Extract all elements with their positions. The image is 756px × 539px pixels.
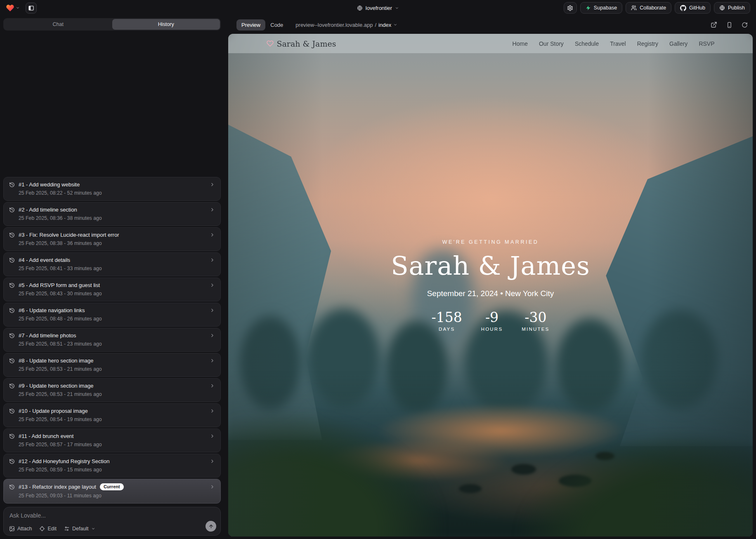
history-item-timestamp: 25 Feb 2025, 08:53 - 21 minutes ago [19, 366, 215, 372]
publish-button[interactable]: Publish [714, 2, 750, 14]
chevron-right-icon [210, 257, 215, 263]
publish-label: Publish [728, 5, 745, 11]
hero-eyebrow: WE'RE GETTING MARRIED [228, 239, 753, 245]
tab-preview[interactable]: Preview [236, 19, 265, 31]
countdown-label: MINUTES [522, 327, 549, 332]
history-item[interactable]: #4 - Add event details 25 Feb 2025, 08:4… [3, 252, 221, 276]
users-icon [631, 5, 637, 11]
history-item-timestamp: 25 Feb 2025, 08:54 - 19 minutes ago [19, 417, 215, 422]
site-logo[interactable]: Sarah & James [267, 39, 336, 48]
lovable-heart-logo-icon [6, 4, 14, 12]
collaborate-button[interactable]: Collaborate [626, 2, 671, 14]
hero-date-location: September 21, 2024 • New York City [228, 289, 753, 298]
chevron-right-icon [210, 383, 215, 388]
countdown-unit: -9 HOURS [481, 309, 503, 332]
current-badge: Current [100, 483, 124, 490]
site-nav-link[interactable]: RSVP [699, 40, 714, 47]
top-bar: lovefrontier Supabase Collaborate [0, 0, 756, 16]
chevron-right-icon [210, 333, 215, 338]
site-logo-text: Sarah & James [277, 39, 336, 48]
history-item-title: #6 - Update navigation links [19, 307, 85, 313]
github-icon [680, 5, 686, 11]
history-item[interactable]: #11 - Add brunch event 25 Feb 2025, 08:5… [3, 428, 221, 452]
history-item[interactable]: #13 - Refactor index page layout Current… [3, 479, 221, 504]
site-nav-link[interactable]: Schedule [575, 40, 599, 47]
tab-chat[interactable]: Chat [4, 19, 112, 30]
history-item-timestamp: 25 Feb 2025, 09:03 - 11 minutes ago [19, 493, 215, 499]
site-nav-link[interactable]: Our Story [539, 40, 564, 47]
history-item[interactable]: #6 - Update navigation links 25 Feb 2025… [3, 303, 221, 327]
refresh-button[interactable] [742, 22, 748, 28]
history-item[interactable]: #5 - Add RSVP form and guest list 25 Feb… [3, 278, 221, 301]
settings-button[interactable] [564, 2, 577, 14]
history-item-timestamp: 25 Feb 2025, 08:41 - 33 minutes ago [19, 266, 215, 271]
send-button[interactable] [206, 521, 216, 532]
site-nav-link[interactable]: Travel [610, 40, 626, 47]
history-item[interactable]: #7 - Add timeline photos 25 Feb 2025, 08… [3, 328, 221, 352]
chevron-down-icon [91, 527, 95, 531]
sidebar-toggle-button[interactable] [26, 2, 37, 14]
history-item[interactable]: #10 - Update proposal image 25 Feb 2025,… [3, 403, 221, 427]
history-item[interactable]: #2 - Add timeline section 25 Feb 2025, 0… [3, 202, 221, 226]
attach-button[interactable]: Attach [9, 526, 32, 532]
history-item[interactable]: #9 - Update hero section image 25 Feb 20… [3, 378, 221, 402]
tab-history[interactable]: History [112, 19, 220, 30]
lovable-logo-menu[interactable] [6, 4, 20, 12]
heart-icon [267, 40, 274, 47]
chevron-down-icon [16, 6, 20, 10]
history-item-timestamp: 25 Feb 2025, 08:43 - 30 minutes ago [19, 291, 215, 297]
chevron-right-icon [210, 484, 215, 490]
countdown-value: -158 [432, 309, 462, 325]
history-item-title: #10 - Update proposal image [19, 408, 88, 414]
crosshair-icon [39, 526, 45, 532]
history-item-timestamp: 25 Feb 2025, 08:22 - 52 minutes ago [19, 190, 215, 196]
supabase-button[interactable]: Supabase [580, 2, 622, 14]
tab-code[interactable]: Code [265, 19, 288, 31]
url-separator: / [375, 22, 376, 28]
history-item[interactable]: #8 - Update hero section image 25 Feb 20… [3, 353, 221, 377]
preview-toolbar: Preview Code preview--lovefrontier.lovab… [224, 16, 756, 34]
site-preview-viewport: Sarah & James HomeOur StoryScheduleTrave… [228, 34, 753, 537]
site-nav-link[interactable]: Gallery [669, 40, 687, 47]
sidebar-tabbar: Chat History [3, 18, 221, 31]
history-item-title: #11 - Add brunch event [19, 433, 73, 439]
chevron-down-icon [393, 23, 397, 27]
hero-content: WE'RE GETTING MARRIED Sarah & James Sept… [228, 239, 753, 332]
history-item[interactable]: #1 - Add wedding website 25 Feb 2025, 08… [3, 177, 221, 201]
chevron-right-icon [210, 232, 215, 238]
panel-left-icon [28, 5, 34, 11]
preview-url[interactable]: preview--lovefrontier.lovable.app / inde… [295, 22, 397, 28]
edit-label: Edit [47, 526, 57, 532]
countdown-value: -30 [522, 309, 549, 325]
history-item[interactable]: #12 - Add Honeyfund Registry Section 25 … [3, 454, 221, 478]
chevron-right-icon [210, 308, 215, 313]
edit-button[interactable]: Edit [39, 526, 57, 532]
history-item-timestamp: 25 Feb 2025, 08:57 - 17 minutes ago [19, 442, 215, 447]
mobile-view-button[interactable] [726, 22, 732, 28]
open-external-button[interactable] [711, 21, 717, 28]
history-item-timestamp: 25 Feb 2025, 08:59 - 15 minutes ago [19, 467, 215, 473]
history-clock-icon [9, 433, 15, 439]
history-clock-icon [9, 383, 15, 389]
countdown-unit: -30 MINUTES [522, 309, 549, 332]
url-page: index [378, 22, 391, 28]
project-switcher[interactable]: lovefrontier [357, 5, 399, 11]
github-button[interactable]: GitHub [675, 2, 711, 14]
countdown-unit: -158 DAYS [432, 309, 462, 332]
history-item-title: #1 - Add wedding website [19, 181, 80, 188]
site-nav-link[interactable]: Home [513, 40, 528, 47]
mode-select[interactable]: Default [64, 526, 95, 532]
github-label: GitHub [689, 5, 705, 11]
sidebar: Chat History #1 - Add wedding website [0, 16, 224, 539]
chat-composer[interactable]: Ask Lovable... Attach Edit [3, 507, 221, 536]
composer-input[interactable]: Ask Lovable... [9, 512, 215, 519]
url-host: preview--lovefrontier.lovable.app [295, 22, 373, 28]
history-item-title: #12 - Add Honeyfund Registry Section [19, 458, 109, 464]
history-item-title: #9 - Update hero section image [19, 383, 93, 389]
history-item-timestamp: 25 Feb 2025, 08:36 - 38 minutes ago [19, 215, 215, 221]
history-item[interactable]: #3 - Fix: Resolve Lucide-react import er… [3, 227, 221, 251]
attach-label: Attach [17, 526, 32, 532]
history-clock-icon [9, 308, 15, 313]
supabase-label: Supabase [594, 5, 617, 11]
site-nav-link[interactable]: Registry [637, 40, 658, 47]
